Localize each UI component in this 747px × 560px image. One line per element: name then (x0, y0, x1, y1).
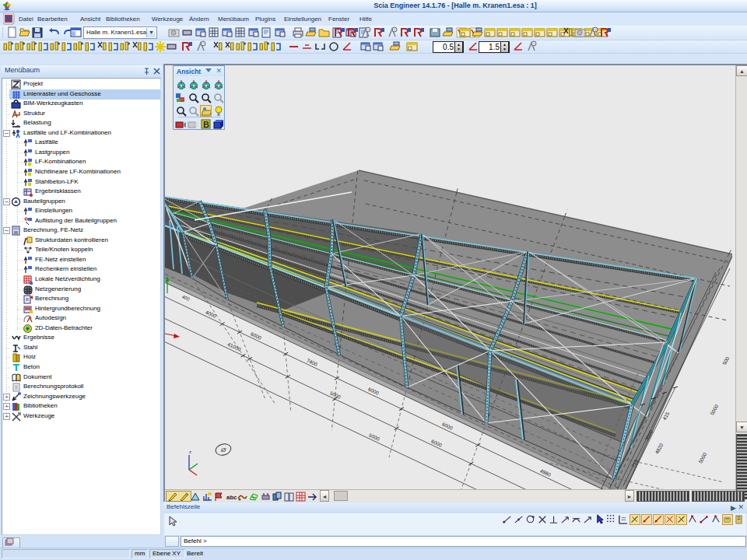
svg-text:abc: abc (226, 494, 237, 501)
svg-text:z: z (189, 450, 191, 454)
svg-text:Ø: Ø (220, 446, 226, 453)
svg-text:B: B (203, 120, 209, 129)
